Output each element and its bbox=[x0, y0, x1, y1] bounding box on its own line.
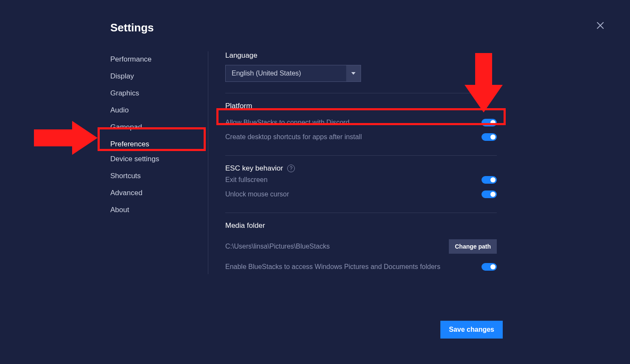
unlock-mouse-toggle[interactable] bbox=[482, 190, 497, 198]
divider bbox=[225, 155, 497, 156]
chevron-down-icon bbox=[346, 65, 361, 81]
row-unlock-mouse: Unlock mouse cursor bbox=[225, 187, 497, 202]
row-access-folders: Enable BlueStacks to access Windows Pict… bbox=[225, 260, 497, 274]
media-path-text: C:\Users\linsa\Pictures\BlueStacks bbox=[225, 243, 330, 250]
row-desktop-shortcuts: Create desktop shortcuts for apps after … bbox=[225, 130, 497, 144]
sidebar-item-about[interactable]: About bbox=[110, 202, 129, 218]
sidebar-item-performance[interactable]: Performance bbox=[110, 51, 151, 67]
exit-fullscreen-toggle[interactable] bbox=[482, 176, 497, 184]
sidebar-item-audio[interactable]: Audio bbox=[110, 102, 129, 118]
access-folders-text: Enable BlueStacks to access Windows Pict… bbox=[225, 263, 440, 271]
exit-fullscreen-text: Exit fullscreen bbox=[225, 176, 268, 184]
save-changes-button[interactable]: Save changes bbox=[440, 321, 503, 339]
sidebar-item-display[interactable]: Display bbox=[110, 68, 134, 84]
sidebar-item-shortcuts[interactable]: Shortcuts bbox=[110, 168, 141, 184]
discord-text: Allow BlueStacks to connect with Discord bbox=[225, 119, 350, 126]
discord-toggle[interactable] bbox=[482, 119, 497, 126]
row-discord: Allow BlueStacks to connect with Discord bbox=[225, 115, 497, 130]
sidebar-item-graphics[interactable]: Graphics bbox=[110, 85, 139, 101]
media-folder-label: Media folder bbox=[225, 221, 497, 230]
language-label: Language bbox=[225, 51, 497, 60]
sidebar-item-device-settings[interactable]: Device settings bbox=[110, 151, 159, 167]
unlock-mouse-text: Unlock mouse cursor bbox=[225, 190, 289, 198]
sidebar: Performance Display Graphics Audio Gamep… bbox=[110, 51, 208, 274]
content-panel: Language English (United States) Platfor… bbox=[225, 51, 497, 274]
row-media-path: C:\Users\linsa\Pictures\BlueStacks Chang… bbox=[225, 235, 497, 260]
sidebar-item-preferences[interactable]: Preferences bbox=[110, 136, 149, 150]
help-icon[interactable]: ? bbox=[287, 165, 295, 172]
change-path-button[interactable]: Change path bbox=[449, 239, 497, 254]
desktop-shortcuts-text: Create desktop shortcuts for apps after … bbox=[225, 133, 362, 141]
close-icon[interactable] bbox=[596, 21, 605, 30]
esc-label: ESC key behavior bbox=[225, 164, 283, 173]
divider bbox=[225, 213, 497, 213]
sidebar-item-gamepad[interactable]: Gamepad bbox=[110, 119, 142, 135]
language-selected: English (United States) bbox=[226, 70, 301, 77]
platform-label: Platform bbox=[225, 102, 497, 110]
page-title: Settings bbox=[110, 21, 588, 34]
access-folders-toggle[interactable] bbox=[482, 263, 497, 271]
language-dropdown[interactable]: English (United States) bbox=[225, 65, 361, 82]
divider bbox=[225, 93, 497, 93]
row-exit-fullscreen: Exit fullscreen bbox=[225, 173, 497, 187]
desktop-shortcuts-toggle[interactable] bbox=[482, 133, 497, 141]
vertical-divider bbox=[208, 51, 208, 274]
sidebar-item-advanced[interactable]: Advanced bbox=[110, 185, 143, 201]
